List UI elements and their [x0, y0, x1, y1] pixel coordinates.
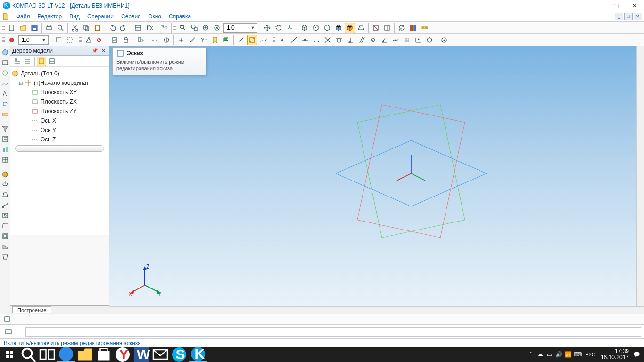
- grid-snap-button[interactable]: [402, 35, 412, 45]
- open-button[interactable]: [18, 23, 28, 33]
- perspective-button[interactable]: [356, 23, 366, 33]
- arc-snap-button[interactable]: [311, 35, 322, 45]
- layers-button[interactable]: [408, 23, 418, 33]
- viewport-vscroll[interactable]: [636, 46, 644, 306]
- toggle-button[interactable]: [161, 35, 172, 45]
- dropdown-icon[interactable]: ▼: [41, 38, 47, 42]
- refresh-button[interactable]: [396, 23, 407, 33]
- finish-button[interactable]: [221, 35, 231, 45]
- mail-app[interactable]: [151, 347, 170, 362]
- toolbar-grip[interactable]: [2, 24, 5, 32]
- edit-panel-button[interactable]: [0, 48, 10, 57]
- word-app[interactable]: W: [132, 347, 151, 362]
- collapse-icon[interactable]: ⊟: [18, 81, 24, 86]
- auto-create-button[interactable]: [109, 35, 120, 45]
- tree-body[interactable]: Деталь (Тел-0) ⊟ (т)Начало координат Пло…: [10, 67, 109, 235]
- zoom-dynamic-button[interactable]: [200, 23, 211, 33]
- tray-clock[interactable]: 17:39 16.10.2017: [598, 348, 632, 361]
- rib-button[interactable]: [0, 242, 10, 251]
- tray-battery-icon[interactable]: ▭: [545, 347, 554, 362]
- step-input[interactable]: [20, 37, 41, 43]
- paste-button[interactable]: [92, 23, 103, 33]
- draft-button[interactable]: [0, 252, 10, 262]
- extra3-button[interactable]: Y↑: [198, 35, 209, 45]
- edge-app[interactable]: [57, 347, 75, 362]
- no-hidden-button[interactable]: [322, 23, 332, 33]
- help-arrow-button[interactable]: ?: [159, 23, 169, 33]
- step-combo[interactable]: ▼: [18, 35, 49, 45]
- undo-button[interactable]: [107, 23, 117, 33]
- toolbar-grip[interactable]: [273, 36, 275, 44]
- fillet-button[interactable]: [0, 221, 10, 230]
- extra2-button[interactable]: [187, 35, 198, 45]
- tree-mode1-button[interactable]: [13, 57, 22, 66]
- skype-app[interactable]: S: [170, 347, 189, 362]
- properties-button[interactable]: [133, 23, 143, 33]
- section-button[interactable]: [371, 23, 381, 33]
- preview-button[interactable]: [55, 23, 66, 33]
- tree-axis-x[interactable]: Ось X: [11, 116, 108, 125]
- tree-axis-y[interactable]: Ось Y: [11, 125, 108, 135]
- search-button[interactable]: [19, 347, 38, 362]
- extrude-button[interactable]: [0, 169, 10, 179]
- window-maximize-button[interactable]: ▢: [606, 0, 625, 11]
- mdi-minimize-button[interactable]: _: [615, 13, 623, 20]
- menu-window[interactable]: Окно: [144, 12, 165, 21]
- tree-mode2-button[interactable]: [23, 57, 33, 66]
- elements-button[interactable]: [0, 155, 10, 165]
- curve-panel-button[interactable]: [0, 79, 10, 88]
- extra1-button[interactable]: [176, 35, 186, 45]
- snap-settings-button[interactable]: [439, 35, 449, 45]
- kompas-app[interactable]: K: [189, 347, 207, 362]
- orient-button[interactable]: [285, 23, 295, 33]
- loft-button[interactable]: [0, 190, 10, 199]
- tray-keyboard-icon[interactable]: ⌨: [573, 347, 583, 362]
- redo-button[interactable]: [118, 23, 129, 33]
- 3d-viewport[interactable]: Эскиз Включить/выключить режим редактиро…: [109, 46, 636, 306]
- cut-button[interactable]: [70, 23, 80, 33]
- perp-snap-button[interactable]: [345, 35, 355, 45]
- tree-plane-zy[interactable]: Плоскость ZY: [11, 107, 108, 116]
- sweep-button[interactable]: [0, 200, 10, 210]
- tree-hscroll[interactable]: [15, 145, 104, 152]
- mode-tab-build[interactable]: Построение: [12, 306, 51, 313]
- tree-root[interactable]: Деталь (Тел-0): [11, 69, 108, 78]
- zoom-fit-button[interactable]: [189, 23, 199, 33]
- zoom-prev-button[interactable]: [212, 23, 222, 33]
- tree-plane-xy[interactable]: Плоскость XY: [11, 88, 108, 97]
- interrupt-button[interactable]: ⊘: [95, 35, 105, 45]
- center-snap-button[interactable]: [368, 35, 378, 45]
- tree-mode3-button[interactable]: [37, 57, 46, 66]
- tray-network-icon[interactable]: 📶: [564, 347, 573, 362]
- tray-onedrive-icon[interactable]: ☁: [536, 347, 545, 362]
- variables-button[interactable]: f(x): [144, 23, 155, 33]
- line-snap-button[interactable]: [289, 35, 299, 45]
- window-close-button[interactable]: ✕: [625, 0, 644, 11]
- snap-button[interactable]: [65, 35, 75, 45]
- surface-panel-button[interactable]: [0, 58, 10, 67]
- measure-button[interactable]: [419, 23, 429, 33]
- shaded-button[interactable]: [333, 23, 344, 33]
- dropdown-icon[interactable]: ▼: [249, 25, 256, 30]
- dim-panel-button[interactable]: А: [0, 89, 10, 99]
- tray-up-icon[interactable]: ˄: [526, 347, 536, 362]
- zoom-input[interactable]: [225, 25, 249, 31]
- toolbar-grip[interactable]: [2, 36, 5, 44]
- spline-tool-button[interactable]: [258, 35, 269, 45]
- lock-button[interactable]: [121, 35, 131, 45]
- window-minimize-button[interactable]: ─: [587, 0, 606, 11]
- tree-plane-zx[interactable]: Плоскость ZX: [11, 97, 108, 107]
- copy-props-button[interactable]: [135, 35, 146, 45]
- coord-snap-button[interactable]: [413, 35, 423, 45]
- taskview-button[interactable]: [38, 347, 57, 362]
- stop-button[interactable]: [7, 35, 17, 45]
- save-button[interactable]: [29, 23, 40, 33]
- pan-button[interactable]: [262, 23, 272, 33]
- panel-pin-button[interactable]: 📌: [91, 47, 99, 55]
- mdi-restore-button[interactable]: ❐: [624, 13, 633, 20]
- menu-view[interactable]: Вид: [66, 12, 83, 21]
- tangent-snap-button[interactable]: [334, 35, 344, 45]
- edge-button[interactable]: [236, 35, 246, 45]
- param-panel-button[interactable]: [0, 99, 10, 109]
- measure-panel-button[interactable]: [0, 110, 10, 119]
